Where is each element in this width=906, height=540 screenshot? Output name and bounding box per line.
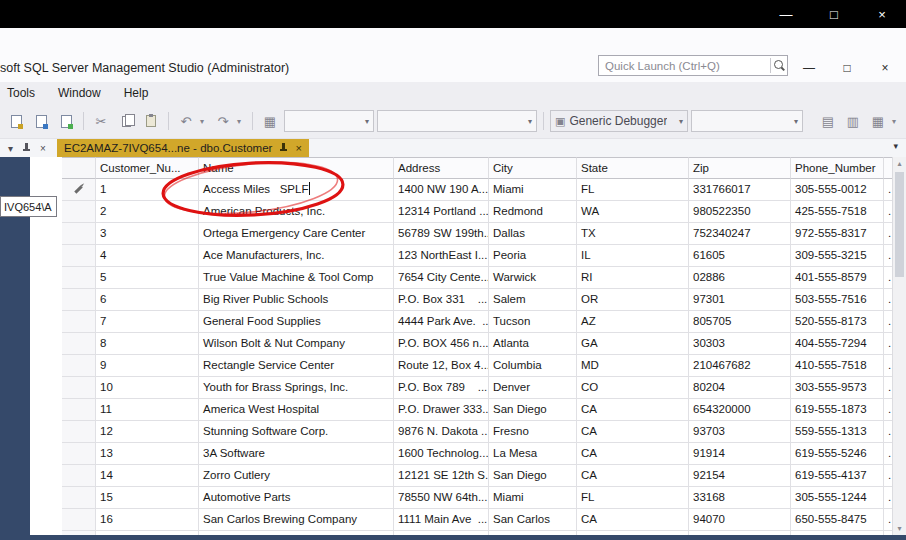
scrollbar-down-icon[interactable]: ▾ xyxy=(893,524,906,533)
grid-cell-more[interactable]: . xyxy=(884,333,892,355)
grid-cell-more[interactable]: . xyxy=(884,311,892,333)
grid-cell-address[interactable]: P.O. Box 789 ... xyxy=(394,377,489,399)
grid-cell-state[interactable]: RI xyxy=(577,267,689,289)
grid-cell-address[interactable]: P.O. Drawer 333... xyxy=(394,399,489,421)
grid-cell-state[interactable]: AZ xyxy=(577,311,689,333)
grid-cell-num[interactable]: 4 xyxy=(96,245,199,267)
grid-cell-name[interactable]: General Food Supplies xyxy=(199,311,394,333)
grid-cell-zip[interactable]: 30303 xyxy=(689,333,791,355)
redo-button[interactable]: ↷ xyxy=(212,110,234,132)
grid-cell-address[interactable]: 56789 SW 199th... xyxy=(394,223,489,245)
row-selector[interactable] xyxy=(62,333,96,355)
grid-cell-zip[interactable]: 752340247 xyxy=(689,223,791,245)
grid-cell-state[interactable]: CA xyxy=(577,399,689,421)
table-row[interactable]: 3Ortega Emergency Care Center56789 SW 19… xyxy=(62,223,892,245)
grid-cell-address[interactable]: Route 12, Box 4... xyxy=(394,355,489,377)
grid-cell-name[interactable]: Ace Manufacturers, Inc. xyxy=(199,245,394,267)
table-row[interactable]: 16San Carlos Brewing Company1111 Main Av… xyxy=(62,509,892,531)
grid-cell-more[interactable]: . xyxy=(884,443,892,465)
row-selector[interactable] xyxy=(62,487,96,509)
grid-cell-city[interactable]: Dallas xyxy=(489,223,577,245)
grid-cell-address[interactable]: 78550 NW 64th... xyxy=(394,487,489,509)
grid-cell-phone[interactable]: 305-555-0012 xyxy=(791,179,884,201)
table-row[interactable]: 11America West HospitalP.O. Drawer 333..… xyxy=(62,399,892,421)
grid-cell-address[interactable]: 4444 Park Ave. ... xyxy=(394,311,489,333)
grid-cell-phone[interactable]: 309-555-3215 xyxy=(791,245,884,267)
grid-cell-address[interactable]: 12314 Portland ... xyxy=(394,201,489,223)
table-row[interactable]: 1Access Miles SPLF1400 NW 190 A...MiamiF… xyxy=(62,179,892,201)
grid-cell-phone[interactable]: 305-555-1244 xyxy=(791,487,884,509)
grid-cell-more[interactable]: . xyxy=(884,421,892,443)
grid-cell-city[interactable]: Miami xyxy=(489,487,577,509)
row-selector[interactable] xyxy=(62,399,96,421)
outer-close-button[interactable]: × xyxy=(858,0,906,28)
table-row[interactable]: 8Wilson Bolt & Nut CompanyP.O. BOX 456 n… xyxy=(62,333,892,355)
grid-cell-phone[interactable]: 520-555-8173 xyxy=(791,311,884,333)
grid-cell-address[interactable]: 123 NorthEast I... xyxy=(394,245,489,267)
grid-cell-city[interactable]: La Mesa xyxy=(489,443,577,465)
grid-cell-city[interactable]: Miami xyxy=(489,179,577,201)
grid-cell-city[interactable]: Redmond xyxy=(489,201,577,223)
grid-cell-more[interactable]: . xyxy=(884,399,892,421)
grid-cell-state[interactable]: CO xyxy=(577,377,689,399)
grid-cell-state[interactable]: WA xyxy=(577,201,689,223)
grid-cell-num[interactable]: 11 xyxy=(96,399,199,421)
grid-cell-num[interactable]: 14 xyxy=(96,465,199,487)
grid-cell-zip[interactable]: 331766017 xyxy=(689,179,791,201)
redo-dropdown-chevron-icon[interactable]: ▾ xyxy=(237,117,246,126)
grid-cell-more[interactable]: . xyxy=(884,377,892,399)
toolbar-combo-2[interactable]: ▾ xyxy=(377,110,537,132)
grid-cell-name[interactable]: 3A Software xyxy=(199,443,394,465)
grid-cell-city[interactable]: Salem xyxy=(489,289,577,311)
grid-cell-city[interactable]: Warwick xyxy=(489,267,577,289)
toolbar-grid-button-2[interactable]: ▥ xyxy=(842,110,864,132)
table-row[interactable]: 10Youth for Brass Springs, Inc.P.O. Box … xyxy=(62,377,892,399)
grid-cell-phone[interactable]: 619-555-1873 xyxy=(791,399,884,421)
table-row[interactable]: 6Big River Public SchoolsP.O. Box 331 ..… xyxy=(62,289,892,311)
grid-cell-zip[interactable]: 92154 xyxy=(689,465,791,487)
toolbar-combo-1[interactable]: ▾ xyxy=(284,110,374,132)
grid-cell-phone[interactable]: 303-555-9573 xyxy=(791,377,884,399)
column-header-state[interactable]: State xyxy=(577,157,689,179)
grid-cell-city[interactable]: San Diego xyxy=(489,399,577,421)
new-query-button[interactable] xyxy=(5,110,27,132)
grid-cell-state[interactable]: FL xyxy=(577,487,689,509)
grid-cell-more[interactable]: . xyxy=(884,245,892,267)
pane-chevron-down-icon[interactable]: ▾ xyxy=(8,143,13,154)
table-row[interactable]: 9Rectangle Service CenterRoute 12, Box 4… xyxy=(62,355,892,377)
grid-cell-num[interactable]: 7 xyxy=(96,311,199,333)
grid-cell-num[interactable]: 5 xyxy=(96,267,199,289)
grid-cell-address[interactable]: 1400 NW 190 A... xyxy=(394,179,489,201)
grid-cell-state[interactable]: IL xyxy=(577,245,689,267)
column-header-zip[interactable]: Zip xyxy=(689,157,791,179)
grid-cell-more[interactable]: . xyxy=(884,355,892,377)
tab-close-icon[interactable]: × xyxy=(295,142,301,154)
cut-button[interactable]: ✂ xyxy=(90,110,112,132)
tab-dbo-customer[interactable]: EC2AMAZ-7IVQ654...ne - dbo.Customer × xyxy=(57,139,309,157)
grid-cell-num[interactable]: 1 xyxy=(96,179,199,201)
grid-cell-address[interactable]: P.O. Box 331 ... xyxy=(394,289,489,311)
grid-cell-phone[interactable]: 503-555-7516 xyxy=(791,289,884,311)
row-selector[interactable] xyxy=(62,311,96,333)
grid-cell-city[interactable]: Columbia xyxy=(489,355,577,377)
tab-pin-icon[interactable] xyxy=(279,143,288,153)
grid-cell-state[interactable]: GA xyxy=(577,333,689,355)
app-minimize-button[interactable]: — xyxy=(790,54,828,82)
grid-cell-num[interactable]: 6 xyxy=(96,289,199,311)
grid-cell-num[interactable]: 16 xyxy=(96,509,199,531)
grid-cell-zip[interactable]: 94070 xyxy=(689,509,791,531)
grid-cell-phone[interactable]: 650-555-8475 xyxy=(791,509,884,531)
grid-cell-zip[interactable]: 93703 xyxy=(689,421,791,443)
grid-cell-phone[interactable]: 619-555-5246 xyxy=(791,443,884,465)
grid-cell-state[interactable]: CA xyxy=(577,421,689,443)
row-selector[interactable] xyxy=(62,355,96,377)
row-selector[interactable] xyxy=(62,179,96,201)
grid-cell-name[interactable]: Rectangle Service Center xyxy=(199,355,394,377)
grid-cell-more[interactable]: . xyxy=(884,487,892,509)
grid-cell-state[interactable]: TX xyxy=(577,223,689,245)
row-selector[interactable] xyxy=(62,377,96,399)
grid-cell-zip[interactable]: 210467682 xyxy=(689,355,791,377)
grid-cell-state[interactable]: CA xyxy=(577,465,689,487)
grid-cell-zip[interactable]: 91914 xyxy=(689,443,791,465)
grid-cell-phone[interactable]: 404-555-7294 xyxy=(791,333,884,355)
